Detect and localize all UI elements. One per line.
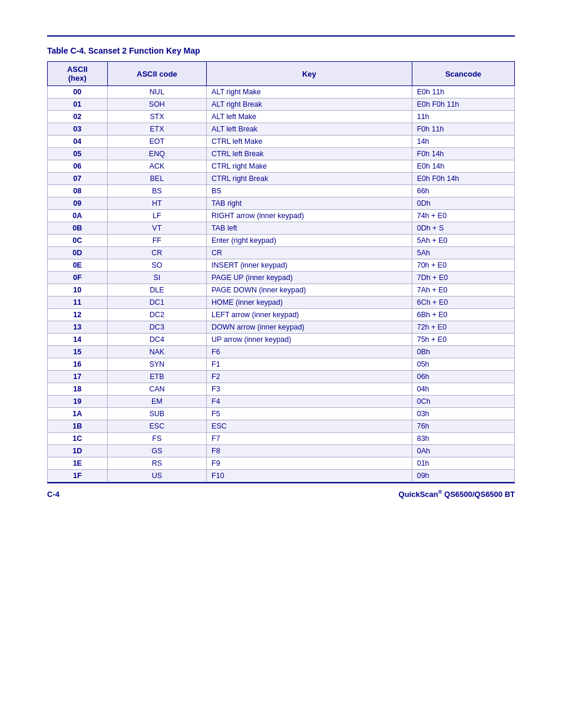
table-row: 0ALFRIGHT arrow (inner keypad)74h + E0 — [48, 210, 515, 222]
table-cell-8-2: BS — [207, 185, 412, 197]
table-cell-29-0: 1D — [48, 445, 108, 457]
footer-product-name: QuickScan® QS6500/QS6500 BT — [399, 489, 515, 499]
table-cell-14-3: 70h + E0 — [412, 259, 514, 272]
table-row: 11DC1HOME (inner keypad)6Ch + E0 — [48, 297, 515, 309]
table-cell-16-1: DLE — [107, 284, 206, 297]
table-cell-4-1: EOT — [107, 136, 206, 148]
table-row: 1ERSF901h — [48, 457, 515, 470]
table-cell-13-3: 5Ah — [412, 247, 514, 259]
table-cell-19-0: 13 — [48, 321, 108, 334]
table-cell-4-3: 14h — [412, 136, 514, 148]
table-cell-16-0: 10 — [48, 284, 108, 297]
table-cell-25-2: F4 — [207, 396, 412, 408]
table-cell-5-1: ENQ — [107, 148, 206, 160]
table-cell-17-1: DC1 — [107, 297, 206, 309]
table-cell-2-2: ALT left Make — [207, 111, 412, 123]
table-row: 15NAKF60Bh — [48, 346, 515, 358]
table-cell-6-3: E0h 14h — [412, 160, 514, 173]
table-cell-14-1: SO — [107, 259, 206, 272]
page-footer: C-4 QuickScan® QS6500/QS6500 BT — [47, 482, 515, 499]
table-cell-22-2: F1 — [207, 358, 412, 371]
table-cell-7-0: 07 — [48, 173, 108, 185]
table-cell-7-1: BEL — [107, 173, 206, 185]
table-cell-5-0: 05 — [48, 148, 108, 160]
table-cell-28-3: 83h — [412, 433, 514, 445]
table-row: 03ETXALT left BreakF0h 11h — [48, 123, 515, 136]
table-cell-21-2: F6 — [207, 346, 412, 358]
table-title: Table C-4. Scanset 2 Function Key Map — [47, 46, 515, 55]
table-cell-17-3: 6Ch + E0 — [412, 297, 514, 309]
table-cell-24-1: CAN — [107, 383, 206, 396]
table-row: 00NULALT right MakeE0h 11h — [48, 86, 515, 98]
table-row: 02STXALT left Make11h — [48, 111, 515, 123]
table-row: 18CANF304h — [48, 383, 515, 396]
table-cell-9-2: TAB right — [207, 197, 412, 210]
table-cell-24-2: F3 — [207, 383, 412, 396]
table-cell-30-1: RS — [107, 457, 206, 470]
table-cell-12-1: FF — [107, 235, 206, 247]
table-cell-25-1: EM — [107, 396, 206, 408]
table-cell-6-0: 06 — [48, 160, 108, 173]
table-cell-19-2: DOWN arrow (inner keypad) — [207, 321, 412, 334]
table-row: 07BELCTRL right BreakE0h F0h 14h — [48, 173, 515, 185]
table-cell-5-2: CTRL left Break — [207, 148, 412, 160]
table-cell-2-0: 02 — [48, 111, 108, 123]
table-cell-31-1: US — [107, 470, 206, 482]
table-cell-9-1: HT — [107, 197, 206, 210]
header-ascii-code: ASCII code — [107, 62, 206, 86]
table-cell-10-2: RIGHT arrow (inner keypad) — [207, 210, 412, 222]
table-cell-3-0: 03 — [48, 123, 108, 136]
table-cell-30-3: 01h — [412, 457, 514, 470]
table-cell-11-1: VT — [107, 222, 206, 235]
table-cell-20-1: DC4 — [107, 334, 206, 346]
table-cell-2-1: STX — [107, 111, 206, 123]
table-cell-0-0: 00 — [48, 86, 108, 98]
table-cell-24-3: 04h — [412, 383, 514, 396]
table-row: 0ESOINSERT (inner keypad)70h + E0 — [48, 259, 515, 272]
table-row: 0FSIPAGE UP (inner keypad)7Dh + E0 — [48, 272, 515, 284]
table-row: 17ETBF206h — [48, 371, 515, 383]
table-row: 04EOTCTRL left Make14h — [48, 136, 515, 148]
table-cell-19-1: DC3 — [107, 321, 206, 334]
table-cell-27-0: 1B — [48, 420, 108, 433]
table-cell-1-2: ALT right Break — [207, 98, 412, 111]
table-cell-21-3: 0Bh — [412, 346, 514, 358]
table-cell-23-1: ETB — [107, 371, 206, 383]
table-cell-30-2: F9 — [207, 457, 412, 470]
table-cell-10-0: 0A — [48, 210, 108, 222]
header-ascii-hex: ASCII(hex) — [48, 62, 108, 86]
table-cell-7-3: E0h F0h 14h — [412, 173, 514, 185]
table-cell-5-3: F0h 14h — [412, 148, 514, 160]
table-cell-13-0: 0D — [48, 247, 108, 259]
table-cell-27-1: ESC — [107, 420, 206, 433]
table-cell-15-2: PAGE UP (inner keypad) — [207, 272, 412, 284]
table-row: 16SYNF105h — [48, 358, 515, 371]
table-cell-3-3: F0h 11h — [412, 123, 514, 136]
table-cell-1-1: SOH — [107, 98, 206, 111]
table-cell-8-1: BS — [107, 185, 206, 197]
table-row: 12DC2LEFT arrow (inner keypad)6Bh + E0 — [48, 309, 515, 321]
table-cell-27-3: 76h — [412, 420, 514, 433]
table-cell-3-2: ALT left Break — [207, 123, 412, 136]
table-cell-0-1: NUL — [107, 86, 206, 98]
table-cell-11-0: 0B — [48, 222, 108, 235]
table-cell-18-3: 6Bh + E0 — [412, 309, 514, 321]
table-cell-10-3: 74h + E0 — [412, 210, 514, 222]
table-cell-15-3: 7Dh + E0 — [412, 272, 514, 284]
header-scancode: Scancode — [412, 62, 514, 86]
table-cell-17-0: 11 — [48, 297, 108, 309]
table-cell-9-3: 0Dh — [412, 197, 514, 210]
table-cell-29-2: F8 — [207, 445, 412, 457]
table-row: 09HTTAB right0Dh — [48, 197, 515, 210]
table-cell-17-2: HOME (inner keypad) — [207, 297, 412, 309]
table-row: 0DCRCR5Ah — [48, 247, 515, 259]
table-cell-15-0: 0F — [48, 272, 108, 284]
table-cell-24-0: 18 — [48, 383, 108, 396]
table-cell-1-3: E0h F0h 11h — [412, 98, 514, 111]
table-cell-21-1: NAK — [107, 346, 206, 358]
table-cell-22-1: SYN — [107, 358, 206, 371]
table-row: 06ACKCTRL right MakeE0h 14h — [48, 160, 515, 173]
table-row: 13DC3DOWN arrow (inner keypad)72h + E0 — [48, 321, 515, 334]
table-cell-12-2: Enter (right keypad) — [207, 235, 412, 247]
table-row: 05ENQCTRL left BreakF0h 14h — [48, 148, 515, 160]
